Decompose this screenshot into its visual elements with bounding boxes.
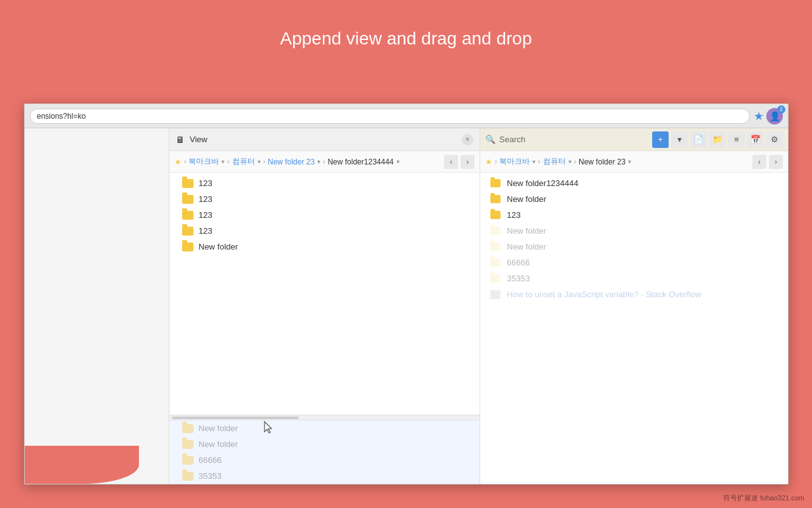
browser-content: 🖥 View × ★ › 북마크바 ▾ › 컴퓨터 ▾ › New folder… [25,128,788,484]
folder-icon [490,195,501,203]
left-panel-title: View [190,135,457,144]
right-breadcrumb-dropdown-3[interactable]: ▾ [628,158,631,165]
ghost-file-name: 35353 [199,471,221,481]
folder-icon [182,227,193,236]
right-breadcrumb-current[interactable]: New folder 23 [579,157,625,166]
ghost-link-name: How to unset a JavaScript variable? - St… [507,290,701,299]
right-panel-breadcrumb: ★ › 북마크바 ▾ › 컴퓨터 ▾ › New folder 23 ▾ ‹ › [480,151,788,173]
ghost-file-name: New folder [507,242,546,251]
left-file-item-5[interactable]: New folder [169,239,480,255]
browser-window: ensions?hl=ko ★ 👤 2 🖥 View × [24,104,789,485]
ghost-folder-icon [490,274,501,283]
breadcrumb-computer[interactable]: 컴퓨터 [232,156,255,167]
left-file-list: 123 123 123 123 New folder [169,173,480,415]
ghost-item-4: 35353 [169,468,480,484]
watermark-url: fuhao321.com [760,494,804,502]
right-breadcrumb-dropdown-1[interactable]: ▾ [532,158,535,165]
breadcrumb-dropdown-3[interactable]: ▾ [317,158,320,165]
right-file-item-ghost-4: 35353 [480,271,788,286]
left-panel-close-button[interactable]: × [462,134,473,145]
search-controls: + ▾ 📄 📁 ≡ 📅 ⚙ [652,131,783,148]
right-breadcrumb-dropdown-2[interactable]: ▾ [568,158,572,165]
calendar-button[interactable]: 📅 [747,131,764,148]
right-file-item-ghost-3: 66666 [480,255,788,271]
monitor-icon: 🖥 [176,135,185,145]
browser-topbar: ensions?hl=ko ★ 👤 2 [25,104,788,128]
left-panel: 🖥 View × ★ › 북마크바 ▾ › 컴퓨터 ▾ › New folder… [169,128,480,484]
right-nav-forward-button[interactable]: › [769,155,783,169]
folder-icon [490,211,501,219]
avatar-badge[interactable]: 👤 2 [766,108,783,124]
search-input-wrap: 🔍 Search [485,135,648,144]
watermark-text: 符号扩展迷 [723,494,758,502]
file-name: New folder1234444 [507,178,579,188]
ghost-file-name: 66666 [199,455,221,465]
ghost-link-icon [490,290,501,299]
breadcrumb-dropdown-4[interactable]: ▾ [396,158,400,165]
breadcrumb-dropdown-1[interactable]: ▾ [221,158,225,165]
file-name: 123 [199,210,213,220]
ghost-folder-icon [182,440,193,449]
nav-forward-button[interactable]: › [461,155,475,169]
right-nav-arrows: ‹ › [752,155,783,169]
left-panel-scrollbar[interactable] [169,415,480,420]
nav-arrows: ‹ › [444,155,475,169]
search-bar: 🔍 Search + ▾ 📄 📁 ≡ 📅 ⚙ [480,128,788,151]
settings-button[interactable]: ⚙ [766,131,783,148]
bookmark-star-icon[interactable]: ★ [754,109,764,123]
file-name: 123 [199,226,213,236]
dropdown-button[interactable]: ▾ [671,131,688,148]
folder-icon [490,179,501,187]
sidebar-logo [25,446,139,484]
drag-ghost-area: New folder New folder 66666 35353 [169,420,480,484]
ghost-folder-icon [182,472,193,481]
ghost-folder-icon [182,424,193,433]
breadcrumb-star[interactable]: ★ [174,157,181,166]
right-breadcrumb-computer[interactable]: 컴퓨터 [543,156,566,167]
folder-icon [182,179,193,188]
right-nav-back-button[interactable]: ‹ [752,155,766,169]
ghost-item-3: 66666 [169,452,480,468]
right-file-item-ghost-1: New folder [480,223,788,239]
breadcrumb-bookmarks[interactable]: 북마크바 [188,156,219,167]
ghost-folder-icon [182,456,193,465]
scrollbar-thumb [172,417,299,419]
new-file-icon-button[interactable]: 📄 [690,131,707,148]
left-file-item-2[interactable]: 123 [169,191,480,207]
file-name: 123 [199,194,213,204]
breadcrumb-folder23[interactable]: New folder 23 [268,157,315,166]
left-file-item-4[interactable]: 123 [169,223,480,239]
right-file-item-1[interactable]: New folder1234444 [480,175,788,191]
breadcrumb-dropdown-2[interactable]: ▾ [258,158,261,165]
left-file-item-3[interactable]: 123 [169,207,480,223]
ghost-folder-icon [490,243,501,251]
list-view-button[interactable]: ≡ [728,131,745,148]
ghost-item-2: New folder [169,436,480,452]
right-file-item-2[interactable]: New folder [480,191,788,207]
left-file-item-1[interactable]: 123 [169,175,480,191]
url-bar[interactable]: ensions?hl=ko [30,109,750,124]
left-panel-header: 🖥 View × [169,128,480,151]
url-text: ensions?hl=ko [37,112,86,121]
file-name: 123 [199,178,213,188]
right-panel: 🔍 Search + ▾ 📄 📁 ≡ 📅 ⚙ ★ › 북마크바 ▾ [480,128,788,484]
ghost-file-name: 35353 [507,274,530,283]
search-icon: 🔍 [485,135,495,144]
right-file-item-ghost-2: New folder [480,239,788,255]
file-name: New folder [507,194,546,204]
nav-back-button[interactable]: ‹ [444,155,458,169]
breadcrumb-current-folder[interactable]: New folder1234444 [327,157,393,166]
add-button[interactable]: + [652,131,669,148]
watermark: 符号扩展迷 fuhao321.com [723,493,804,503]
right-breadcrumb-bookmarks[interactable]: 북마크바 [499,156,530,167]
right-breadcrumb-star[interactable]: ★ [485,157,492,166]
ghost-file-name: New folder [199,439,238,449]
page-title: Append view and drag and drop [0,0,812,68]
file-name: New folder [199,242,238,251]
ghost-item-1: New folder [169,420,480,436]
topbar-icons: ★ 👤 2 [754,108,783,124]
new-folder-icon-button[interactable]: 📁 [709,131,726,148]
right-file-list: New folder1234444 New folder 123 New fol… [480,173,788,484]
ghost-folder-icon [490,258,501,267]
right-file-item-3[interactable]: 123 [480,207,788,223]
